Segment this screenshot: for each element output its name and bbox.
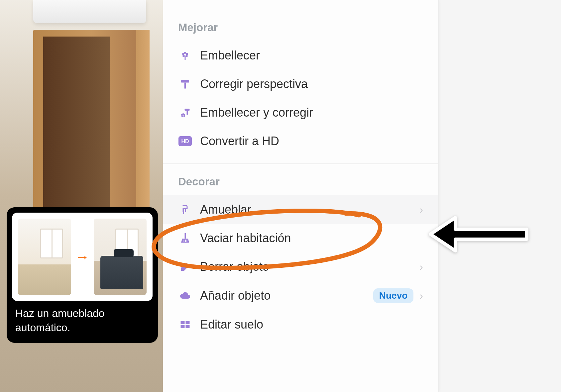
section-header-mejorar: Mejorar <box>163 18 438 41</box>
svg-rect-22 <box>181 321 185 324</box>
menu-label: Añadir objeto <box>200 289 373 303</box>
menu-item-amueblar[interactable]: Amueblar › <box>163 195 438 224</box>
hd-icon: HD <box>178 134 192 148</box>
compare-furnished-room <box>94 219 147 295</box>
svg-rect-6 <box>185 56 186 60</box>
section-header-decorar: Decorar <box>163 172 438 195</box>
svg-rect-15 <box>187 111 188 115</box>
menu-label: Borrar objeto <box>200 260 419 274</box>
chevron-right-icon: › <box>419 290 423 302</box>
menu-item-vaciar-habitacion[interactable]: Vaciar habitación <box>163 224 438 252</box>
grid-icon <box>178 318 192 332</box>
background-area <box>439 0 561 392</box>
svg-rect-23 <box>186 321 190 324</box>
edit-menu-panel: Mejorar Embellecer Corregir perspectiva <box>163 0 439 392</box>
compare-empty-room <box>18 219 71 295</box>
svg-point-5 <box>184 53 186 55</box>
svg-point-13 <box>183 115 185 117</box>
menu-label: Convertir a HD <box>200 134 423 148</box>
tooltip-compare: → <box>12 213 153 301</box>
menu-item-borrar-objeto[interactable]: Borrar objeto › <box>163 252 438 281</box>
menu-label: Embellecer <box>200 49 423 62</box>
chair-icon <box>178 203 192 217</box>
svg-point-3 <box>182 55 185 57</box>
svg-rect-24 <box>181 325 185 328</box>
room-preview-panel: → Haz un amueblado automático. <box>0 0 163 392</box>
eraser-icon <box>178 260 192 274</box>
section-decorar: Decorar Amueblar › Vaciar habitación <box>163 163 438 347</box>
menu-label: Vaciar habitación <box>200 231 423 245</box>
badge-nuevo: Nuevo <box>373 288 414 303</box>
menu-label: Corregir perspectiva <box>200 77 423 91</box>
menu-label: Amueblar <box>200 203 419 217</box>
svg-rect-25 <box>186 325 190 328</box>
ruler-icon <box>178 77 192 91</box>
svg-rect-19 <box>184 240 184 243</box>
svg-rect-18 <box>185 233 186 239</box>
cloud-icon <box>178 289 192 303</box>
arrow-right-icon: → <box>75 248 90 265</box>
section-mejorar: Mejorar Embellecer Corregir perspectiva <box>163 10 438 163</box>
menu-item-editar-suelo[interactable]: Editar suelo <box>163 310 438 339</box>
tooltip-text: Haz un amueblado automático. <box>12 306 153 338</box>
svg-point-2 <box>186 53 188 55</box>
menu-item-anadir-objeto[interactable]: Añadir objeto Nuevo › <box>163 281 438 310</box>
flower-icon <box>178 49 192 62</box>
chevron-right-icon: › <box>419 261 423 273</box>
menu-item-corregir-perspectiva[interactable]: Corregir perspectiva <box>163 70 438 98</box>
svg-rect-21 <box>187 240 187 243</box>
flower-ruler-icon <box>178 106 192 120</box>
svg-rect-20 <box>185 240 186 243</box>
svg-point-1 <box>182 53 184 55</box>
menu-label: Embellecer y corregir <box>200 106 423 120</box>
chevron-right-icon: › <box>419 204 423 216</box>
broom-icon <box>178 231 192 245</box>
svg-rect-8 <box>184 83 186 89</box>
svg-point-12 <box>181 115 183 117</box>
menu-label: Editar suelo <box>200 318 423 332</box>
tooltip-card: → Haz un amueblado automático. <box>7 207 158 343</box>
svg-point-4 <box>185 55 188 57</box>
svg-rect-14 <box>185 109 190 111</box>
svg-rect-7 <box>181 80 189 83</box>
menu-item-embellecer-corregir[interactable]: Embellecer y corregir <box>163 98 438 127</box>
svg-text:HD: HD <box>181 139 189 144</box>
menu-item-convertir-hd[interactable]: HD Convertir a HD <box>163 127 438 155</box>
ac-unit-graphic <box>33 0 146 23</box>
menu-item-embellecer[interactable]: Embellecer <box>163 41 438 70</box>
